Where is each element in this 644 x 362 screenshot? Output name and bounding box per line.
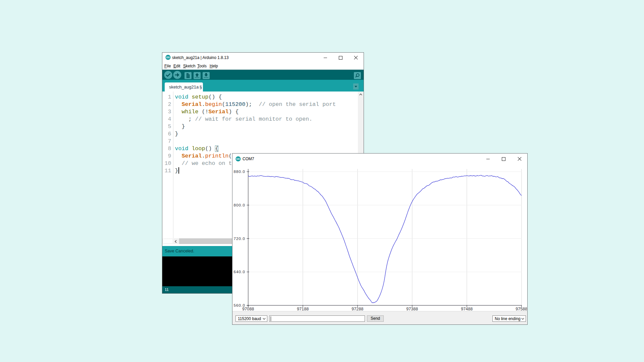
- svg-text:800.0: 800.0: [233, 203, 245, 207]
- svg-text:97388: 97388: [406, 307, 418, 311]
- svg-text:880.0: 880.0: [233, 169, 245, 174]
- svg-text:97588: 97588: [516, 307, 527, 311]
- svg-text:97488: 97488: [461, 307, 473, 311]
- svg-text:97088: 97088: [242, 307, 254, 311]
- svg-text:720.0: 720.0: [233, 236, 245, 241]
- svg-text:640.0: 640.0: [233, 269, 245, 274]
- svg-text:97188: 97188: [297, 307, 309, 311]
- svg-text:97288: 97288: [352, 307, 363, 311]
